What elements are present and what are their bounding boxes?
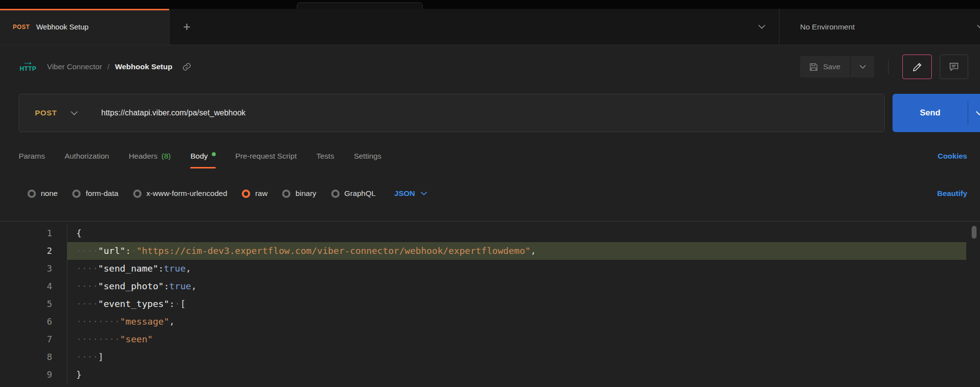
code-line[interactable]: 6········"message", [0,313,980,331]
body-type-raw[interactable]: raw [242,189,267,198]
code-line-content[interactable]: { [67,224,966,242]
code-line[interactable]: 5····"event_types":·[ [0,295,980,313]
new-tab-button[interactable]: + [170,9,204,45]
request-tab-webhook-setup[interactable]: POST Webhook Setup [0,9,170,45]
line-number: 6 [0,313,67,331]
global-search-bar-partial[interactable] [297,2,423,9]
code-line[interactable]: 7········"seen" [0,331,980,348]
environment-selector[interactable]: No Environment [779,9,980,45]
body-type-binary[interactable]: binary [282,189,316,198]
method-label: POST [35,109,57,117]
breadcrumb-separator: / [108,62,110,71]
actions-divider [888,60,889,74]
tab-list-chevron-button[interactable] [745,9,779,45]
code-line[interactable]: 2····"url":·"https://cim-dev3.expertflow… [0,242,980,260]
line-number: 3 [0,260,67,277]
app-top-strip [0,0,980,9]
code-line[interactable]: 8····] [0,348,980,366]
breadcrumb-request-name: Webhook Setup [115,62,173,71]
send-label: Send [893,94,968,132]
send-options-button[interactable] [968,94,980,132]
tab-tests[interactable]: Tests [317,138,334,175]
code-line-content[interactable]: ····"send_name":true, [67,260,966,277]
line-number: 9 [0,366,67,384]
url-container: POST https://chatapi.viber.com/pa/set_we… [19,94,885,132]
code-line[interactable]: 3····"send_name":true, [0,260,980,277]
chevron-down-icon [758,25,765,29]
save-button[interactable]: Save [800,56,850,78]
tab-method-badge: POST [13,24,30,30]
radio-icon [28,190,36,198]
language-selector[interactable]: JSON [394,189,427,198]
breadcrumb-row: HTTP Viber Connector / Webhook Setup Sav… [0,45,980,88]
chevron-down-icon [860,65,866,69]
link-icon[interactable] [182,62,192,72]
tab-title: Webhook Setup [36,23,88,31]
body-type-form-data[interactable]: form-data [72,189,118,198]
tabbar-spacer [204,9,745,45]
code-line-content[interactable]: ····"url":·"https://cim-dev3.expertflow.… [67,242,966,260]
environment-label: No Environment [800,23,855,31]
http-protocol-icon: HTTP [20,62,36,72]
request-url-row: POST https://chatapi.viber.com/pa/set_we… [0,88,980,138]
line-number: 7 [0,331,67,348]
comment-icon [949,62,959,72]
pencil-icon [913,62,922,72]
radio-icon [331,190,340,198]
code-line-content[interactable]: ····"event_types":·[ [67,295,966,313]
radio-icon [72,190,81,198]
tab-params[interactable]: Params [19,138,45,175]
edit-documentation-button[interactable] [902,55,932,79]
code-line[interactable]: 1{ [0,224,980,242]
body-modified-dot [212,152,216,156]
plus-icon: + [183,19,190,34]
radio-selected-icon [242,190,250,198]
code-line-content[interactable]: } [67,366,966,384]
chevron-down-icon [421,192,427,195]
tab-settings[interactable]: Settings [354,138,381,175]
body-type-graphql[interactable]: GraphQL [331,189,376,198]
body-type-x-www-form-urlencoded[interactable]: x-www-form-urlencoded [133,189,228,198]
tab-bar: POST Webhook Setup + No Environment [0,9,980,45]
code-line-content[interactable]: ········"seen" [67,331,966,348]
line-number: 1 [0,224,67,242]
headers-count-badge: (8) [161,152,171,161]
tab-headers[interactable]: Headers (8) [129,138,171,175]
save-label: Save [823,62,840,71]
line-number: 8 [0,348,67,366]
method-selector[interactable]: POST [19,109,93,117]
radio-icon [282,190,290,198]
send-button[interactable]: Send [893,94,980,132]
url-input[interactable]: https://chatapi.viber.com/pa/set_webhook [101,109,246,117]
save-icon [809,63,818,71]
comments-button[interactable] [940,55,968,79]
request-config-tabs: Params Authorization Headers (8) Body Pr… [0,138,980,175]
body-type-options: none form-data x-www-form-urlencoded raw… [0,175,980,212]
code-line-content[interactable]: ········"message", [67,313,966,331]
breadcrumb-actions: Save [800,55,968,79]
line-number: 5 [0,295,67,313]
code-lines: 1{2····"url":·"https://cim-dev3.expertfl… [0,221,980,384]
code-line[interactable]: 4····"send_photo":true, [0,277,980,295]
code-editor[interactable]: 1{2····"url":·"https://cim-dev3.expertfl… [0,221,980,386]
tab-body[interactable]: Body [190,138,215,175]
line-number: 4 [0,277,67,295]
code-line-content[interactable]: ····] [67,348,966,366]
code-line[interactable]: 9} [0,366,980,384]
tab-pre-request-script[interactable]: Pre-request Script [235,138,297,175]
body-type-none[interactable]: none [28,189,58,198]
line-number: 2 [0,242,67,260]
breadcrumb-collection[interactable]: Viber Connector [47,62,102,71]
cookies-link[interactable]: Cookies [938,152,967,161]
editor-scrollbar[interactable] [972,226,977,239]
save-options-button[interactable] [851,56,874,78]
beautify-link[interactable]: Beautify [937,189,967,198]
code-line-content[interactable]: ····"send_photo":true, [67,277,966,295]
radio-icon [133,190,142,198]
chevron-down-icon [71,111,78,115]
tab-authorization[interactable]: Authorization [64,138,109,175]
chevron-down-icon [976,111,980,115]
chevron-down-icon [977,25,980,29]
